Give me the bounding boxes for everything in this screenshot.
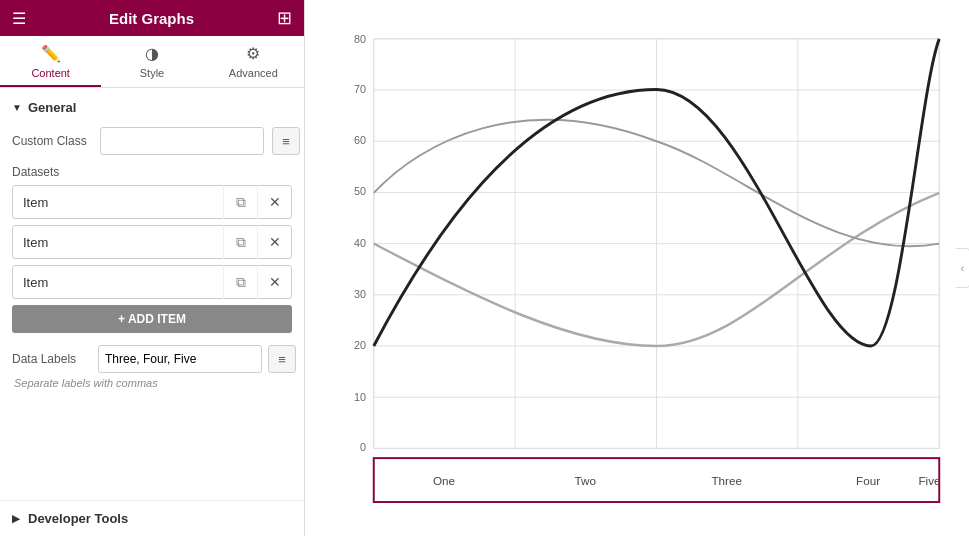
delete-icon-2: ✕ bbox=[269, 234, 281, 250]
tab-advanced[interactable]: ⚙ Advanced bbox=[203, 36, 304, 87]
dataset-item-3-label: Item bbox=[13, 275, 223, 290]
tab-style-label: Style bbox=[140, 67, 164, 79]
dataset-item-1: Item ⧉ ✕ bbox=[12, 185, 292, 219]
general-section-label: General bbox=[28, 100, 76, 115]
lines-icon: ≡ bbox=[282, 134, 290, 149]
lines-icon-2: ≡ bbox=[278, 352, 286, 367]
header: ☰ Edit Graphs ⊞ bbox=[0, 0, 304, 36]
svg-text:40: 40 bbox=[354, 237, 366, 249]
svg-text:Four: Four bbox=[856, 474, 880, 487]
tabs: ✏️ Content ◑ Style ⚙ Advanced bbox=[0, 36, 304, 88]
svg-text:80: 80 bbox=[354, 33, 366, 45]
dataset-item-1-delete-btn[interactable]: ✕ bbox=[257, 185, 291, 219]
custom-class-input[interactable] bbox=[100, 127, 264, 155]
delete-icon-3: ✕ bbox=[269, 274, 281, 290]
svg-text:Five: Five bbox=[918, 474, 940, 487]
chart-wrapper: 0 10 20 30 40 50 60 70 80 One Two Three … bbox=[325, 20, 949, 516]
add-item-button[interactable]: + ADD ITEM bbox=[12, 305, 292, 333]
content-icon: ✏️ bbox=[41, 44, 61, 63]
svg-text:20: 20 bbox=[354, 339, 366, 351]
svg-text:70: 70 bbox=[354, 83, 366, 95]
tab-content[interactable]: ✏️ Content bbox=[0, 36, 101, 87]
dataset-item-2-label: Item bbox=[13, 235, 223, 250]
dataset-item-3-delete-btn[interactable]: ✕ bbox=[257, 265, 291, 299]
svg-text:Three: Three bbox=[711, 474, 742, 487]
dataset-item-3-copy-btn[interactable]: ⧉ bbox=[223, 265, 257, 299]
data-labels-row: Data Labels ≡ ← bbox=[12, 345, 292, 373]
general-section-header[interactable]: ▼ General bbox=[12, 100, 292, 115]
style-icon: ◑ bbox=[145, 44, 159, 63]
tab-content-label: Content bbox=[31, 67, 70, 79]
svg-rect-24 bbox=[374, 458, 940, 502]
data-labels-icon-btn[interactable]: ≡ bbox=[268, 345, 296, 373]
svg-text:50: 50 bbox=[354, 185, 366, 197]
hamburger-icon[interactable]: ☰ bbox=[12, 9, 26, 28]
tab-advanced-label: Advanced bbox=[229, 67, 278, 79]
svg-text:30: 30 bbox=[354, 288, 366, 300]
copy-icon-3: ⧉ bbox=[236, 274, 246, 291]
custom-class-icon-btn[interactable]: ≡ bbox=[272, 127, 300, 155]
grid-icon[interactable]: ⊞ bbox=[277, 7, 292, 29]
dataset-item-1-label: Item bbox=[13, 195, 223, 210]
dataset-item-2-copy-btn[interactable]: ⧉ bbox=[223, 225, 257, 259]
right-panel: ‹ 0 10 20 30 40 bbox=[305, 0, 969, 536]
custom-class-label: Custom Class bbox=[12, 134, 92, 148]
chevron-left-icon: ‹ bbox=[961, 263, 964, 274]
arrow-indicator: ← bbox=[302, 349, 304, 370]
collapse-handle[interactable]: ‹ bbox=[956, 248, 969, 288]
left-panel: ☰ Edit Graphs ⊞ ✏️ Content ◑ Style ⚙ Adv… bbox=[0, 0, 305, 536]
data-labels-label: Data Labels bbox=[12, 352, 92, 366]
hint-text: Separate labels with commas bbox=[14, 377, 292, 389]
data-labels-input[interactable] bbox=[98, 345, 262, 373]
developer-tools-label: Developer Tools bbox=[28, 511, 128, 526]
dataset-item-1-copy-btn[interactable]: ⧉ bbox=[223, 185, 257, 219]
svg-text:Two: Two bbox=[575, 474, 597, 487]
datasets-label: Datasets bbox=[12, 165, 292, 179]
advanced-icon: ⚙ bbox=[246, 44, 260, 63]
dataset-item-2: Item ⧉ ✕ bbox=[12, 225, 292, 259]
svg-text:0: 0 bbox=[360, 441, 366, 453]
svg-text:10: 10 bbox=[354, 391, 366, 403]
panel-body: ▼ General Custom Class ≡ Datasets Item ⧉… bbox=[0, 88, 304, 500]
section-arrow-icon: ▼ bbox=[12, 102, 22, 113]
dataset-item-2-delete-btn[interactable]: ✕ bbox=[257, 225, 291, 259]
line-chart: 0 10 20 30 40 50 60 70 80 One Two Three … bbox=[325, 20, 949, 516]
copy-icon-2: ⧉ bbox=[236, 234, 246, 251]
copy-icon-1: ⧉ bbox=[236, 194, 246, 211]
custom-class-row: Custom Class ≡ bbox=[12, 127, 292, 155]
dev-tools-arrow-icon: ▶ bbox=[12, 513, 20, 524]
svg-text:60: 60 bbox=[354, 134, 366, 146]
developer-tools-section[interactable]: ▶ Developer Tools bbox=[0, 500, 304, 536]
dataset-item-3: Item ⧉ ✕ bbox=[12, 265, 292, 299]
delete-icon-1: ✕ bbox=[269, 194, 281, 210]
svg-text:One: One bbox=[433, 474, 455, 487]
tab-style[interactable]: ◑ Style bbox=[101, 36, 202, 87]
header-title: Edit Graphs bbox=[109, 10, 194, 27]
